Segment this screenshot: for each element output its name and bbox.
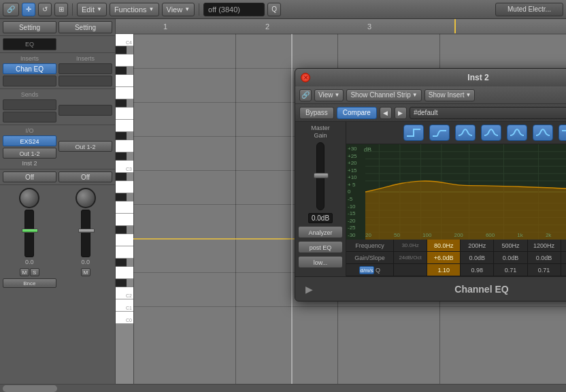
freq-val-1[interactable]: 30.0Hz <box>394 240 427 251</box>
band-btn-peak1[interactable] <box>455 125 476 141</box>
setting-btn-right[interactable]: Setting <box>59 21 112 33</box>
gain-val-3[interactable]: 0.0dB <box>461 252 494 263</box>
eq-close-btn[interactable]: ✕ <box>301 73 310 82</box>
piano-key-c1[interactable]: C1 <box>116 299 133 312</box>
piano-key-f3[interactable] <box>116 108 133 120</box>
low-dropdown[interactable]: low... <box>298 256 343 268</box>
view-dropdown[interactable]: View ▼ <box>162 3 195 16</box>
eq-graph[interactable]: +30 +25 +20 +15 +10 + 5 0 -5 -10 -15 -20… <box>346 144 566 240</box>
band-btn-low-shelf[interactable] <box>429 125 450 141</box>
fader-thumb-left[interactable] <box>22 229 38 233</box>
piano-key-ds2[interactable] <box>116 259 127 267</box>
piano-key-fs2[interactable] <box>116 226 127 234</box>
next-preset-btn[interactable]: ▶ <box>395 107 407 119</box>
piano-key-e2[interactable] <box>116 246 133 259</box>
piano-key-b2[interactable] <box>116 173 127 181</box>
bottom-scrollbar[interactable] <box>0 384 566 392</box>
bypass-btn[interactable]: Bypass <box>299 107 334 119</box>
gain-val-5[interactable]: 0.0dB <box>528 252 561 263</box>
s-btn-left[interactable]: S <box>30 268 39 276</box>
gain-fader-thumb[interactable] <box>314 173 329 178</box>
gain-val-2[interactable]: +6.0dB <box>427 252 461 263</box>
preset-dropdown[interactable]: #default <box>410 107 566 119</box>
piano-key-g2[interactable] <box>116 214 133 226</box>
knob-right[interactable] <box>76 188 96 208</box>
prev-preset-btn[interactable]: ◀ <box>380 107 392 119</box>
band-btn-peak4[interactable] <box>533 125 553 141</box>
piano-key-c2[interactable]: C2 <box>116 287 133 299</box>
link-btn[interactable]: 🔗 <box>3 3 19 16</box>
vert-fader-right[interactable] <box>81 210 90 257</box>
analyzer-btn[interactable]: Analyzer <box>298 226 343 238</box>
piano-key-b3w[interactable] <box>116 54 133 67</box>
eq-show-insert-dropdown[interactable]: Show Insert ▼ <box>424 89 476 101</box>
piano-key-c3[interactable]: C3 <box>116 161 133 173</box>
compare-btn[interactable]: Compare <box>337 107 377 119</box>
eq-view-dropdown[interactable]: View ▼ <box>314 89 344 101</box>
piano-key-c0[interactable]: C0 <box>116 312 133 324</box>
piano-key-b3[interactable] <box>116 46 127 54</box>
post-eq-dropdown[interactable]: post EQ <box>298 241 343 253</box>
piano-key-b2w[interactable] <box>116 181 133 193</box>
piano-key-c4[interactable]: C4 <box>116 34 133 46</box>
bnce-btn[interactable]: Bnce <box>3 278 56 288</box>
band-btn-peak3[interactable] <box>507 125 527 141</box>
m-btn-left[interactable]: M <box>20 268 29 276</box>
q-val-6[interactable]: 0.71 <box>561 264 566 276</box>
gain-fader-track[interactable] <box>316 142 324 210</box>
setting-btn-left[interactable]: Setting <box>3 21 56 33</box>
piano-key-g3[interactable] <box>116 87 133 99</box>
piano-key-a3[interactable] <box>116 67 127 75</box>
band-btn-high-shelf[interactable] <box>559 125 567 141</box>
piano-key-f2[interactable] <box>116 234 133 246</box>
off-btn-left[interactable]: Off <box>3 172 56 182</box>
out12-slot[interactable]: Out 1-2 <box>3 148 56 159</box>
q-val-5[interactable]: 0.71 <box>528 264 561 276</box>
piano-key-d3[interactable] <box>116 140 133 152</box>
freq-val-6[interactable]: 3500Hz <box>561 240 566 251</box>
q-val-2[interactable]: 1.10 <box>427 264 461 276</box>
band-toggle-1[interactable]: d/m/s <box>359 266 374 274</box>
band-btn-peak2[interactable] <box>481 125 501 141</box>
m-btn-right[interactable]: M <box>81 268 90 276</box>
piano-key-cs3[interactable] <box>116 152 127 161</box>
eq-show-channel-dropdown[interactable]: Show Channel Strip ▼ <box>346 89 421 101</box>
search-btn[interactable]: Q <box>267 3 281 16</box>
vert-fader-left[interactable] <box>24 210 34 257</box>
piano-key-ds3[interactable] <box>116 132 127 140</box>
edit-dropdown[interactable]: Edit ▼ <box>77 3 107 16</box>
freq-val-5[interactable]: 1200Hz <box>528 240 561 251</box>
q-val-4[interactable]: 0.71 <box>494 264 527 276</box>
eq-link-btn[interactable]: 🔗 <box>299 89 312 101</box>
out12-slot-right[interactable]: Out 1-2 <box>59 141 112 152</box>
freq-2k: 2k <box>546 232 551 238</box>
piano-key-a2w[interactable] <box>116 201 133 214</box>
gain-val-4[interactable]: 0.0dB <box>494 252 527 263</box>
exs24-slot[interactable]: EXS24 <box>3 135 56 146</box>
q-val-3[interactable]: 0.98 <box>461 264 494 276</box>
q-val-1[interactable] <box>394 264 427 276</box>
piano-key-d2[interactable] <box>116 267 133 279</box>
eq-display-left[interactable]: EQ <box>3 38 56 50</box>
piano-key-cs2[interactable] <box>116 279 127 287</box>
chan-eq-slot[interactable]: Chan EQ <box>3 63 56 74</box>
piano-key-fs3[interactable] <box>116 99 127 108</box>
scrollbar-thumb[interactable] <box>3 385 57 392</box>
freq-val-3[interactable]: 200Hz <box>461 240 494 251</box>
piano-key-e3[interactable] <box>116 120 133 132</box>
freq-val-4[interactable]: 500Hz <box>494 240 527 251</box>
off-btn-right[interactable]: Off <box>59 172 112 182</box>
functions-dropdown[interactable]: Functions ▼ <box>110 3 159 16</box>
loop-btn[interactable]: ↺ <box>38 3 52 16</box>
piano-key-a2[interactable] <box>116 193 127 201</box>
piano-key-a3w[interactable] <box>116 75 133 87</box>
cursor-btn[interactable]: ✛ <box>22 3 35 16</box>
play-btn[interactable]: ▶ <box>302 282 316 296</box>
knob-left[interactable] <box>19 188 39 208</box>
freq-val-2[interactable]: 80.0Hz <box>427 240 461 251</box>
fader-thumb-right[interactable] <box>78 229 95 233</box>
band-btn-hp[interactable] <box>403 125 424 141</box>
out-btn[interactable]: ⊞ <box>54 3 68 16</box>
gain-val-6[interactable]: 0.0dB <box>561 252 566 263</box>
gain-val-1[interactable]: 24dB/Oct <box>394 252 427 263</box>
